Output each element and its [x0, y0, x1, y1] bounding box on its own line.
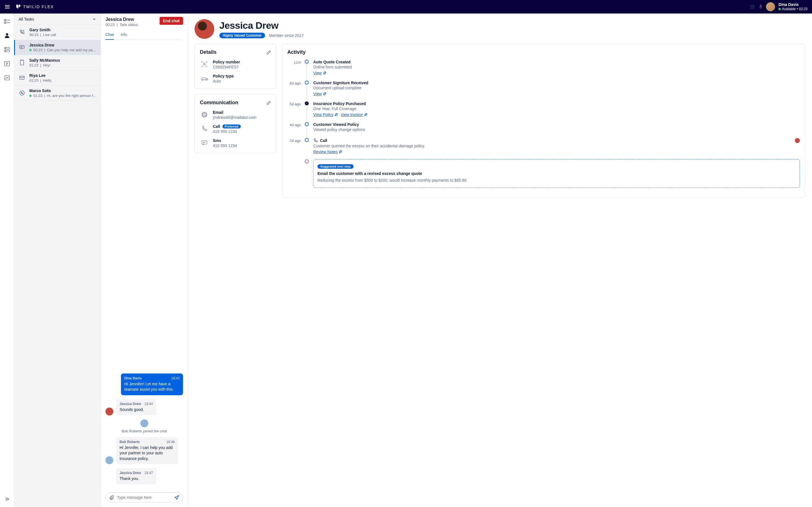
task-item[interactable]: Riya Lee 01:23|Hello,	[14, 70, 101, 86]
comm-icon	[200, 124, 209, 133]
activity-date: 6d ago	[287, 80, 301, 96]
customer-avatar	[195, 19, 214, 39]
suggestion-title: Email the customer with a revised excess…	[317, 171, 796, 176]
svg-point-2	[754, 5, 755, 6]
message-text: Thank you.	[119, 476, 153, 482]
activity-item: 4d ago Customer Viewed Policy Viewed pol…	[287, 122, 800, 133]
task-meta: 01:23|Hi, are you the right person fo...	[29, 94, 97, 98]
task-meta: 01:23|Hello,	[29, 78, 97, 82]
tab-chat[interactable]: Chat	[105, 30, 114, 40]
comm-icon	[200, 138, 209, 147]
task-item[interactable]: Jessica Drew 00:23|Can you help me add m…	[14, 40, 101, 55]
chat-icon	[18, 43, 26, 51]
svg-point-7	[752, 8, 753, 9]
edit-communication-icon[interactable]	[266, 101, 271, 105]
chat-status: 00:23 | Task status	[105, 22, 138, 27]
svg-rect-28	[202, 140, 207, 144]
svg-point-1	[752, 5, 753, 6]
system-avatar	[140, 419, 148, 427]
attach-icon[interactable]	[109, 495, 114, 500]
task-name: Riya Lee	[29, 73, 97, 78]
agent-avatar	[795, 138, 800, 143]
activity-desc: Document upload complete	[313, 86, 800, 90]
svg-point-12	[6, 33, 8, 36]
activity-date: 11/4	[287, 60, 301, 75]
activity-date: 5d ago	[287, 101, 301, 117]
user-name: Dina Davis	[778, 2, 799, 7]
system-message: Bob Roberts joined the chat	[105, 419, 183, 433]
chat-panel: Jessica Drew 00:23 | Task status End cha…	[101, 13, 188, 507]
message-text: Sounds good.	[119, 407, 153, 413]
rail-teams[interactable]	[4, 46, 10, 53]
activity-dot-icon	[305, 80, 309, 84]
edit-details-icon[interactable]	[266, 50, 271, 55]
menu-icon[interactable]	[4, 4, 10, 10]
comm-label: Email	[213, 110, 256, 115]
activity-item: 6d ago Customer Signiture Received Docum…	[287, 80, 800, 96]
communication-card: Communication Emailjmdrew46@mailator.com…	[195, 94, 276, 153]
comm-label: CallPreferred	[213, 124, 241, 129]
brand-text: TWILIO FLEX	[23, 4, 54, 9]
activity-event-title: Insurance Policy Purchased	[313, 101, 800, 106]
task-item[interactable]: Sally McMannus 01:23|Hey!	[14, 55, 101, 70]
tab-info[interactable]: Info	[121, 30, 127, 40]
activity-item: 11/4 Auto Quote Created Online form subm…	[287, 60, 800, 75]
activity-event-title: Customer Signiture Received	[313, 80, 800, 85]
activity-dot-icon	[305, 101, 309, 105]
message-input[interactable]	[117, 495, 171, 500]
comm-icon	[200, 110, 209, 119]
task-name: Sally McMannus	[29, 58, 97, 62]
rail-agent[interactable]	[4, 32, 10, 39]
svg-rect-11	[4, 22, 6, 23]
brand-logo: TWILIO FLEX	[16, 4, 54, 9]
svg-point-26	[202, 112, 207, 117]
detail-label: Policy type	[213, 74, 234, 78]
message-text: Hi Jennifer! Let me have a teamate assis…	[124, 381, 180, 392]
details-title: Details	[200, 49, 216, 55]
chat-customer-name: Jessica Drew	[105, 17, 138, 22]
activity-suggestion: Suggested next step Email the customer w…	[287, 159, 800, 187]
details-card: Details Policy numberC569294FESTPolicy t…	[195, 44, 276, 89]
activity-desc: Customer queried the excess on their acc…	[313, 144, 800, 148]
customer-badge: Highly Valued Customer	[219, 33, 265, 38]
end-chat-button[interactable]: End chat	[160, 17, 183, 25]
detail-value: Auto	[213, 79, 234, 83]
activity-event-title: Customer Viewed Policy	[313, 122, 800, 127]
rail-insights[interactable]	[4, 74, 10, 81]
svg-point-4	[752, 6, 753, 7]
mic-icon[interactable]	[759, 4, 763, 9]
rail-tasks[interactable]	[4, 18, 10, 25]
message-out: Dina Davis18:43Hi Jennifer! Let me have …	[105, 374, 183, 395]
task-item[interactable]: Marco Soto 01:23|Hi, are you the right p…	[14, 86, 101, 101]
activity-desc: Viewed policy change options	[313, 127, 800, 132]
task-list-header[interactable]: All Tasks	[14, 13, 101, 25]
activity-link[interactable]: View	[313, 71, 326, 75]
whatsapp-icon	[18, 89, 26, 97]
suggestion-badge: Suggested next step	[317, 164, 354, 169]
dialpad-icon[interactable]	[750, 4, 755, 9]
message-avatar	[105, 407, 113, 415]
rail-expand[interactable]	[4, 496, 10, 503]
task-meta: 00:23|Can you help me add my part...	[29, 48, 97, 52]
message-in: Jessica Drew18:47Thank you.	[105, 468, 183, 485]
user-status[interactable]: Available • 02:23	[778, 7, 808, 11]
svg-rect-21	[20, 76, 24, 79]
activity-link[interactable]: View Policy	[313, 112, 338, 117]
comm-value: 415 555 1234	[213, 144, 237, 148]
user-avatar[interactable]	[766, 2, 775, 11]
svg-rect-19	[20, 45, 24, 48]
suggestion-desc: Reducing the excess from $500 to $200, w…	[317, 178, 796, 183]
activity-date: 2d ago	[287, 138, 301, 154]
rail-queues[interactable]	[4, 60, 10, 67]
activity-dot-icon	[305, 122, 309, 126]
message-in: Bob Roberts18:46Hi Jennifer, I can help …	[105, 437, 183, 464]
send-icon[interactable]	[174, 495, 179, 500]
svg-point-22	[20, 91, 24, 95]
activity-link[interactable]: View	[313, 92, 326, 96]
activity-link[interactable]: View Invoice	[341, 112, 367, 117]
task-item[interactable]: Gary Smith 00:23|Live call	[14, 25, 101, 40]
svg-rect-10	[4, 19, 6, 21]
detail-label: Policy number	[213, 60, 240, 64]
activity-link[interactable]: Review Notes	[313, 150, 342, 154]
task-name: Marco Soto	[29, 89, 97, 93]
